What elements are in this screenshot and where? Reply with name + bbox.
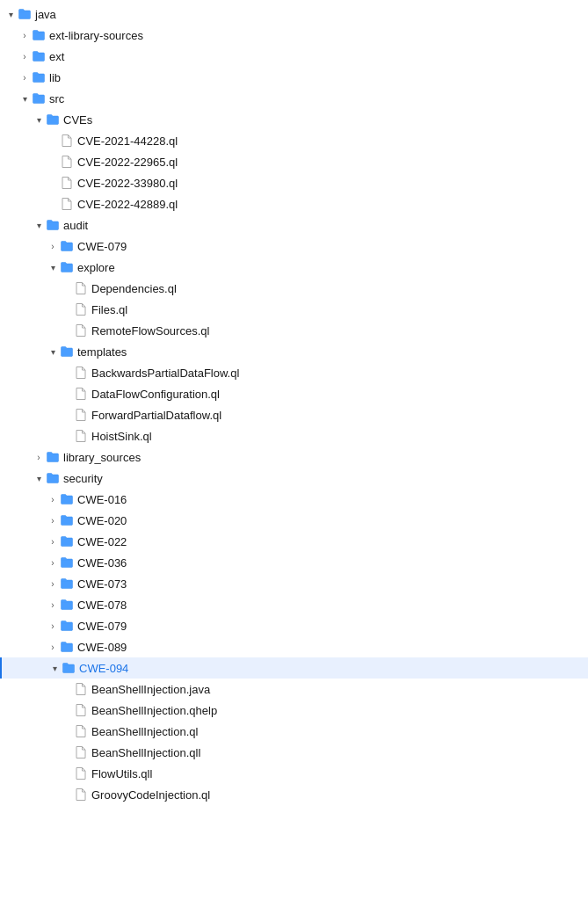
tree-item-Files[interactable]: Files.ql [0, 299, 588, 320]
tree-item-Dependencies[interactable]: Dependencies.ql [0, 278, 588, 299]
item-label-CWE-073: CWE-073 [77, 577, 127, 591]
tree-item-BeanShellInjection-java[interactable]: BeanShellInjection.java [0, 679, 588, 700]
folder-icon-explore [60, 260, 74, 274]
item-label-CVE-2021-44228: CVE-2021-44228.ql [77, 134, 178, 148]
tree-item-CVE-2022-42889[interactable]: CVE-2022-42889.ql [0, 193, 588, 214]
file-icon-HoistSink [74, 429, 88, 443]
chevron-icon-ext[interactable] [18, 49, 32, 63]
chevron-icon-templates[interactable] [46, 345, 60, 359]
folder-icon-CWE-020 [60, 513, 74, 527]
item-label-Files: Files.ql [91, 303, 127, 316]
chevron-icon-explore[interactable] [46, 260, 60, 274]
file-icon-CVE-2021-44228 [60, 134, 74, 148]
item-label-HoistSink: HoistSink.ql [91, 430, 152, 443]
chevron-icon-security[interactable] [32, 471, 46, 485]
folder-icon-src [32, 91, 46, 105]
tree-item-CWE-078[interactable]: CWE-078 [0, 594, 588, 615]
tree-item-BeanShellInjection-qhelp[interactable]: BeanShellInjection.qhelp [0, 700, 588, 721]
item-label-CWE-089: CWE-089 [77, 641, 127, 654]
tree-item-ForwardPartialDataflow[interactable]: ForwardPartialDataflow.ql [0, 404, 588, 425]
chevron-icon-CVEs[interactable] [32, 112, 46, 127]
item-label-CWE-079-audit: CWE-079 [77, 240, 127, 253]
item-label-ForwardPartialDataflow: ForwardPartialDataflow.ql [91, 409, 221, 422]
tree-item-BeanShellInjection-qll[interactable]: BeanShellInjection.qll [0, 742, 588, 763]
file-icon-CVE-2022-33980 [60, 176, 74, 190]
chevron-icon-java[interactable] [4, 7, 18, 21]
tree-item-CWE-022[interactable]: CWE-022 [0, 531, 588, 552]
chevron-icon-ext-library-sources[interactable] [18, 28, 32, 42]
item-label-BeanShellInjection-java: BeanShellInjection.java [91, 683, 210, 696]
folder-icon-CWE-036 [60, 555, 74, 570]
tree-item-CWE-020[interactable]: CWE-020 [0, 510, 588, 531]
tree-item-BackwardsPartialDataFlow[interactable]: BackwardsPartialDataFlow.ql [0, 362, 588, 383]
chevron-icon-src[interactable] [18, 91, 32, 105]
tree-item-RemoteFlowSources[interactable]: RemoteFlowSources.ql [0, 320, 588, 341]
folder-icon-lib [32, 70, 46, 84]
chevron-icon-CWE-089[interactable] [46, 640, 60, 654]
item-label-CVE-2022-33980: CVE-2022-33980.ql [77, 177, 178, 190]
file-icon-Files [74, 302, 88, 316]
tree-item-CVEs[interactable]: CVEs [0, 109, 588, 130]
item-label-CVE-2022-22965: CVE-2022-22965.ql [77, 156, 178, 169]
chevron-icon-CWE-022[interactable] [46, 534, 60, 548]
tree-item-templates[interactable]: templates [0, 341, 588, 362]
tree-item-CWE-016[interactable]: CWE-016 [0, 489, 588, 510]
tree-item-src[interactable]: src [0, 88, 588, 109]
file-icon-FlowUtils [74, 766, 88, 780]
tree-item-library_sources[interactable]: library_sources [0, 446, 588, 468]
chevron-icon-audit[interactable] [32, 218, 46, 232]
file-icon-BackwardsPartialDataFlow [74, 366, 88, 380]
item-label-BackwardsPartialDataFlow: BackwardsPartialDataFlow.ql [91, 367, 239, 380]
chevron-icon-CWE-036[interactable] [46, 555, 60, 570]
tree-item-security[interactable]: security [0, 468, 588, 489]
tree-item-BeanShellInjection-ql[interactable]: BeanShellInjection.ql [0, 721, 588, 742]
tree-item-CVE-2021-44228[interactable]: CVE-2021-44228.ql [0, 130, 588, 151]
item-label-BeanShellInjection-qhelp: BeanShellInjection.qhelp [91, 704, 217, 717]
chevron-icon-CWE-079[interactable] [46, 619, 60, 633]
file-tree: java ext-library-sources ext lib src CVE… [0, 0, 588, 809]
chevron-icon-CWE-073[interactable] [46, 577, 60, 591]
tree-item-CWE-089[interactable]: CWE-089 [0, 636, 588, 657]
chevron-icon-CWE-094[interactable] [47, 661, 62, 675]
folder-icon-templates [60, 345, 74, 359]
file-icon-BeanShellInjection-java [74, 682, 88, 696]
folder-icon-CWE-079 [60, 619, 74, 633]
item-label-security: security [63, 472, 103, 485]
folder-icon-CWE-079-audit [60, 239, 74, 253]
tree-item-HoistSink[interactable]: HoistSink.ql [0, 425, 588, 446]
tree-item-explore[interactable]: explore [0, 257, 588, 278]
tree-item-CWE-073[interactable]: CWE-073 [0, 573, 588, 594]
tree-item-ext-library-sources[interactable]: ext-library-sources [0, 25, 588, 46]
file-icon-CVE-2022-22965 [60, 155, 74, 169]
tree-item-lib[interactable]: lib [0, 67, 588, 88]
item-label-BeanShellInjection-qll: BeanShellInjection.qll [91, 746, 200, 759]
tree-item-CWE-036[interactable]: CWE-036 [0, 552, 588, 573]
item-label-CVEs: CVEs [63, 113, 92, 127]
chevron-icon-library_sources[interactable] [32, 450, 46, 464]
folder-icon-library_sources [46, 450, 60, 464]
folder-icon-CWE-094 [62, 661, 76, 675]
chevron-icon-CWE-020[interactable] [46, 513, 60, 527]
tree-item-FlowUtils[interactable]: FlowUtils.qll [0, 763, 588, 784]
tree-item-audit[interactable]: audit [0, 214, 588, 236]
chevron-icon-lib[interactable] [18, 70, 32, 84]
chevron-icon-CWE-016[interactable] [46, 492, 60, 506]
folder-icon-security [46, 471, 60, 485]
tree-item-CWE-094[interactable]: CWE-094 [0, 657, 588, 679]
tree-item-ext[interactable]: ext [0, 46, 588, 67]
tree-item-CVE-2022-22965[interactable]: CVE-2022-22965.ql [0, 151, 588, 172]
item-label-lib: lib [49, 71, 61, 84]
tree-item-CWE-079[interactable]: CWE-079 [0, 615, 588, 636]
tree-item-GroovyCodeInjection[interactable]: GroovyCodeInjection.ql [0, 784, 588, 805]
tree-item-java[interactable]: java [0, 4, 588, 25]
tree-item-CWE-079-audit[interactable]: CWE-079 [0, 236, 588, 257]
item-label-CWE-094: CWE-094 [79, 662, 128, 675]
tree-item-DataFlowConfiguration[interactable]: DataFlowConfiguration.ql [0, 383, 588, 404]
file-icon-DataFlowConfiguration [74, 387, 88, 401]
chevron-icon-CWE-079-audit[interactable] [46, 239, 60, 253]
file-icon-RemoteFlowSources [74, 323, 88, 338]
chevron-icon-CWE-078[interactable] [46, 598, 60, 612]
file-icon-BeanShellInjection-qll [74, 745, 88, 759]
file-icon-CVE-2022-42889 [60, 197, 74, 211]
tree-item-CVE-2022-33980[interactable]: CVE-2022-33980.ql [0, 172, 588, 193]
